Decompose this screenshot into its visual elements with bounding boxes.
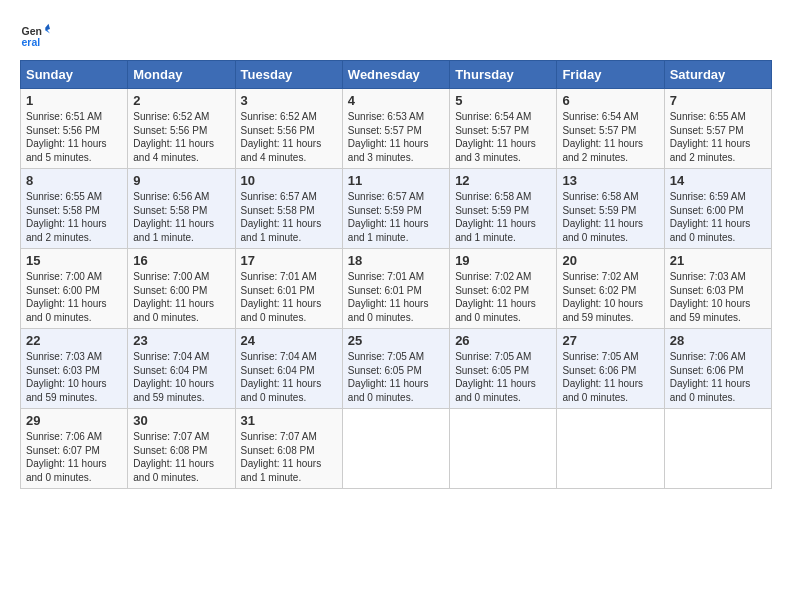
day-content: Sunrise: 7:07 AMSunset: 6:08 PMDaylight:… [241, 430, 337, 484]
day-number: 27 [562, 333, 658, 348]
day-number: 29 [26, 413, 122, 428]
weekday-header-friday: Friday [557, 61, 664, 89]
day-content: Sunrise: 6:54 AMSunset: 5:57 PMDaylight:… [562, 110, 658, 164]
day-content: Sunrise: 6:52 AMSunset: 5:56 PMDaylight:… [133, 110, 229, 164]
empty-cell [557, 409, 664, 489]
calendar-day-cell: 25 Sunrise: 7:05 AMSunset: 6:05 PMDaylig… [342, 329, 449, 409]
calendar-day-cell: 30 Sunrise: 7:07 AMSunset: 6:08 PMDaylig… [128, 409, 235, 489]
calendar-week-row: 8 Sunrise: 6:55 AMSunset: 5:58 PMDayligh… [21, 169, 772, 249]
calendar-day-cell: 15 Sunrise: 7:00 AMSunset: 6:00 PMDaylig… [21, 249, 128, 329]
logo: Gen eral [20, 20, 54, 50]
day-number: 13 [562, 173, 658, 188]
empty-cell [450, 409, 557, 489]
calendar-week-row: 22 Sunrise: 7:03 AMSunset: 6:03 PMDaylig… [21, 329, 772, 409]
day-content: Sunrise: 7:02 AMSunset: 6:02 PMDaylight:… [455, 270, 551, 324]
day-content: Sunrise: 7:05 AMSunset: 6:05 PMDaylight:… [455, 350, 551, 404]
day-content: Sunrise: 7:04 AMSunset: 6:04 PMDaylight:… [241, 350, 337, 404]
day-content: Sunrise: 6:57 AMSunset: 5:59 PMDaylight:… [348, 190, 444, 244]
calendar-day-cell: 29 Sunrise: 7:06 AMSunset: 6:07 PMDaylig… [21, 409, 128, 489]
day-number: 6 [562, 93, 658, 108]
calendar-day-cell: 23 Sunrise: 7:04 AMSunset: 6:04 PMDaylig… [128, 329, 235, 409]
empty-cell [342, 409, 449, 489]
day-content: Sunrise: 7:00 AMSunset: 6:00 PMDaylight:… [133, 270, 229, 324]
page-header: Gen eral [20, 20, 772, 50]
weekday-header-wednesday: Wednesday [342, 61, 449, 89]
day-number: 11 [348, 173, 444, 188]
day-number: 9 [133, 173, 229, 188]
calendar-table: SundayMondayTuesdayWednesdayThursdayFrid… [20, 60, 772, 489]
calendar-day-cell: 18 Sunrise: 7:01 AMSunset: 6:01 PMDaylig… [342, 249, 449, 329]
calendar-day-cell: 9 Sunrise: 6:56 AMSunset: 5:58 PMDayligh… [128, 169, 235, 249]
empty-cell [664, 409, 771, 489]
calendar-day-cell: 10 Sunrise: 6:57 AMSunset: 5:58 PMDaylig… [235, 169, 342, 249]
calendar-day-cell: 31 Sunrise: 7:07 AMSunset: 6:08 PMDaylig… [235, 409, 342, 489]
calendar-day-cell: 26 Sunrise: 7:05 AMSunset: 6:05 PMDaylig… [450, 329, 557, 409]
day-number: 31 [241, 413, 337, 428]
day-number: 23 [133, 333, 229, 348]
day-content: Sunrise: 6:55 AMSunset: 5:57 PMDaylight:… [670, 110, 766, 164]
day-number: 5 [455, 93, 551, 108]
svg-text:eral: eral [22, 36, 41, 48]
calendar-day-cell: 11 Sunrise: 6:57 AMSunset: 5:59 PMDaylig… [342, 169, 449, 249]
day-content: Sunrise: 7:04 AMSunset: 6:04 PMDaylight:… [133, 350, 229, 404]
day-content: Sunrise: 6:58 AMSunset: 5:59 PMDaylight:… [562, 190, 658, 244]
day-content: Sunrise: 6:55 AMSunset: 5:58 PMDaylight:… [26, 190, 122, 244]
calendar-day-cell: 20 Sunrise: 7:02 AMSunset: 6:02 PMDaylig… [557, 249, 664, 329]
weekday-header-row: SundayMondayTuesdayWednesdayThursdayFrid… [21, 61, 772, 89]
logo-icon: Gen eral [20, 20, 50, 50]
calendar-day-cell: 6 Sunrise: 6:54 AMSunset: 5:57 PMDayligh… [557, 89, 664, 169]
day-number: 12 [455, 173, 551, 188]
day-number: 20 [562, 253, 658, 268]
weekday-header-tuesday: Tuesday [235, 61, 342, 89]
day-number: 17 [241, 253, 337, 268]
calendar-week-row: 29 Sunrise: 7:06 AMSunset: 6:07 PMDaylig… [21, 409, 772, 489]
calendar-day-cell: 3 Sunrise: 6:52 AMSunset: 5:56 PMDayligh… [235, 89, 342, 169]
day-number: 19 [455, 253, 551, 268]
day-number: 18 [348, 253, 444, 268]
calendar-day-cell: 14 Sunrise: 6:59 AMSunset: 6:00 PMDaylig… [664, 169, 771, 249]
day-number: 26 [455, 333, 551, 348]
day-number: 16 [133, 253, 229, 268]
calendar-day-cell: 17 Sunrise: 7:01 AMSunset: 6:01 PMDaylig… [235, 249, 342, 329]
day-number: 28 [670, 333, 766, 348]
day-content: Sunrise: 7:02 AMSunset: 6:02 PMDaylight:… [562, 270, 658, 324]
day-content: Sunrise: 6:51 AMSunset: 5:56 PMDaylight:… [26, 110, 122, 164]
calendar-day-cell: 27 Sunrise: 7:05 AMSunset: 6:06 PMDaylig… [557, 329, 664, 409]
day-number: 22 [26, 333, 122, 348]
day-content: Sunrise: 7:03 AMSunset: 6:03 PMDaylight:… [670, 270, 766, 324]
weekday-header-monday: Monday [128, 61, 235, 89]
calendar-week-row: 15 Sunrise: 7:00 AMSunset: 6:00 PMDaylig… [21, 249, 772, 329]
weekday-header-sunday: Sunday [21, 61, 128, 89]
day-number: 14 [670, 173, 766, 188]
day-content: Sunrise: 6:58 AMSunset: 5:59 PMDaylight:… [455, 190, 551, 244]
calendar-day-cell: 1 Sunrise: 6:51 AMSunset: 5:56 PMDayligh… [21, 89, 128, 169]
day-number: 10 [241, 173, 337, 188]
calendar-day-cell: 28 Sunrise: 7:06 AMSunset: 6:06 PMDaylig… [664, 329, 771, 409]
day-content: Sunrise: 6:54 AMSunset: 5:57 PMDaylight:… [455, 110, 551, 164]
day-number: 24 [241, 333, 337, 348]
day-content: Sunrise: 6:52 AMSunset: 5:56 PMDaylight:… [241, 110, 337, 164]
calendar-day-cell: 21 Sunrise: 7:03 AMSunset: 6:03 PMDaylig… [664, 249, 771, 329]
calendar-week-row: 1 Sunrise: 6:51 AMSunset: 5:56 PMDayligh… [21, 89, 772, 169]
day-content: Sunrise: 6:56 AMSunset: 5:58 PMDaylight:… [133, 190, 229, 244]
day-content: Sunrise: 7:01 AMSunset: 6:01 PMDaylight:… [241, 270, 337, 324]
calendar-day-cell: 19 Sunrise: 7:02 AMSunset: 6:02 PMDaylig… [450, 249, 557, 329]
calendar-day-cell: 8 Sunrise: 6:55 AMSunset: 5:58 PMDayligh… [21, 169, 128, 249]
calendar-day-cell: 22 Sunrise: 7:03 AMSunset: 6:03 PMDaylig… [21, 329, 128, 409]
day-number: 3 [241, 93, 337, 108]
day-content: Sunrise: 7:07 AMSunset: 6:08 PMDaylight:… [133, 430, 229, 484]
day-number: 8 [26, 173, 122, 188]
calendar-day-cell: 5 Sunrise: 6:54 AMSunset: 5:57 PMDayligh… [450, 89, 557, 169]
day-number: 25 [348, 333, 444, 348]
day-content: Sunrise: 7:03 AMSunset: 6:03 PMDaylight:… [26, 350, 122, 404]
day-content: Sunrise: 7:05 AMSunset: 6:06 PMDaylight:… [562, 350, 658, 404]
weekday-header-saturday: Saturday [664, 61, 771, 89]
day-number: 30 [133, 413, 229, 428]
calendar-day-cell: 4 Sunrise: 6:53 AMSunset: 5:57 PMDayligh… [342, 89, 449, 169]
day-number: 21 [670, 253, 766, 268]
day-content: Sunrise: 7:06 AMSunset: 6:06 PMDaylight:… [670, 350, 766, 404]
day-content: Sunrise: 6:59 AMSunset: 6:00 PMDaylight:… [670, 190, 766, 244]
calendar-day-cell: 2 Sunrise: 6:52 AMSunset: 5:56 PMDayligh… [128, 89, 235, 169]
day-content: Sunrise: 7:01 AMSunset: 6:01 PMDaylight:… [348, 270, 444, 324]
calendar-day-cell: 12 Sunrise: 6:58 AMSunset: 5:59 PMDaylig… [450, 169, 557, 249]
